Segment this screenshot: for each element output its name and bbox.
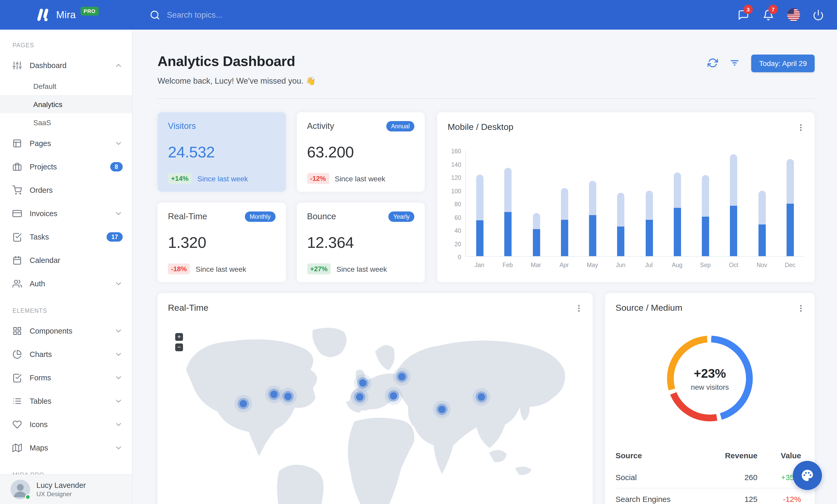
- x-tick-label: Jun: [606, 262, 635, 268]
- card-menu-button[interactable]: [795, 122, 806, 133]
- sidebar-item-label: Dashboard: [30, 61, 67, 69]
- sidebar-item-icons[interactable]: Icons: [0, 413, 132, 436]
- bar-stack[interactable]: [533, 213, 540, 256]
- bar-segment-desktop: [674, 173, 681, 208]
- bar-group-jan: [466, 174, 494, 256]
- stat-note: Since last week: [196, 265, 246, 273]
- sidebar-item-maps[interactable]: Maps: [0, 436, 132, 459]
- col-header-revenue: Revenue: [695, 451, 758, 460]
- sidebar-item-pages[interactable]: Pages: [0, 131, 132, 155]
- date-range-button[interactable]: Today: April 29: [751, 55, 815, 72]
- sliders-icon: [13, 60, 22, 70]
- sidebar-subitem-analytics[interactable]: Analytics: [0, 95, 132, 113]
- theme-settings-fab[interactable]: [793, 461, 822, 490]
- sidebar-item-components[interactable]: Components: [0, 319, 132, 342]
- sidebar-item-invoices[interactable]: Invoices: [0, 202, 132, 225]
- stat-period-badge[interactable]: Annual: [386, 121, 414, 131]
- sidebar-item-label: Pages: [30, 139, 51, 147]
- stat-value: 12.364: [307, 234, 414, 251]
- bar-stack[interactable]: [476, 174, 483, 256]
- y-tick-label: 120: [451, 174, 461, 181]
- bar-group-apr: [551, 188, 579, 256]
- sidebar-item-dashboard[interactable]: Dashboard: [0, 54, 132, 77]
- bar-segment-mobile: [617, 226, 625, 256]
- bar-stack[interactable]: [617, 192, 625, 256]
- search-input[interactable]: [167, 10, 323, 19]
- map-card-title: Real-Time: [168, 303, 209, 313]
- stat-title: Visitors: [168, 121, 196, 131]
- stat-value: 63.200: [307, 144, 414, 161]
- bar-stack[interactable]: [787, 159, 794, 256]
- sidebar-item-auth[interactable]: Auth: [0, 272, 132, 295]
- bar-stack[interactable]: [674, 173, 681, 256]
- y-tick-label: 140: [451, 161, 461, 168]
- stat-delta-badge: +14%: [168, 173, 192, 184]
- sidebar-item-charts[interactable]: Charts: [0, 342, 132, 366]
- card-menu-button[interactable]: [795, 302, 806, 314]
- bar-stack[interactable]: [758, 191, 766, 256]
- map-icon: [13, 443, 22, 452]
- sidebar-item-calendar[interactable]: Calendar: [0, 248, 132, 272]
- bar-segment-mobile: [533, 229, 540, 256]
- brand[interactable]: Mira PRO: [0, 8, 99, 22]
- chart-title: Mobile / Desktop: [448, 122, 513, 132]
- bar-group-aug: [663, 173, 692, 256]
- sidebar-item-orders[interactable]: Orders: [0, 178, 132, 202]
- bar-segment-desktop: [787, 159, 794, 204]
- bar-segment-desktop: [561, 188, 568, 220]
- bar-stack[interactable]: [561, 188, 568, 256]
- cell-revenue: 125: [695, 494, 758, 503]
- sidebar-item-tasks[interactable]: Tasks17: [0, 225, 132, 248]
- bar-stack[interactable]: [730, 154, 737, 256]
- map-zoom-in-button[interactable]: +: [175, 333, 183, 341]
- users-icon: [13, 279, 22, 288]
- chevron-down-icon: [114, 279, 123, 287]
- sidebar-item-count-badge: 17: [107, 232, 123, 241]
- logout-button[interactable]: [806, 0, 831, 30]
- y-tick-label: 100: [451, 188, 461, 194]
- bar-segment-desktop: [589, 181, 596, 215]
- filter-icon[interactable]: [729, 58, 741, 69]
- sidebar-section-label-pages: PAGES: [0, 30, 132, 54]
- messages-button[interactable]: 3: [731, 0, 756, 30]
- bar-group-jul: [635, 191, 663, 256]
- bar-stack[interactable]: [702, 175, 709, 256]
- card-menu-button[interactable]: [573, 302, 584, 314]
- stat-period-badge[interactable]: Yearly: [389, 211, 414, 222]
- sidebar-item-projects[interactable]: Projects8: [0, 155, 132, 178]
- messages-count-badge: 3: [744, 5, 753, 14]
- palette-icon: [801, 469, 814, 482]
- map-zoom-out-button[interactable]: −: [175, 343, 183, 351]
- language-button[interactable]: [781, 0, 806, 30]
- notifications-button[interactable]: 7: [756, 0, 781, 30]
- stat-period-badge[interactable]: Monthly: [245, 211, 275, 222]
- grid-icon: [13, 326, 22, 335]
- y-tick-label: 0: [458, 254, 461, 260]
- refresh-icon[interactable]: [708, 58, 719, 69]
- brand-name: Mira: [56, 9, 76, 20]
- cell-revenue: 260: [695, 472, 758, 481]
- x-tick-label: Jan: [465, 262, 494, 268]
- stat-value: 1.320: [168, 234, 275, 251]
- bar-group-feb: [494, 168, 522, 256]
- sidebar-subitem-saas[interactable]: SaaS: [0, 113, 132, 131]
- sidebar-user[interactable]: Lucy Lavender UX Designer: [0, 474, 132, 504]
- navbar-actions: 3 7: [731, 0, 837, 30]
- bar-chart-y-axis: 020406080100120140160: [448, 151, 465, 257]
- sidebar-item-label: Forms: [30, 373, 51, 381]
- chevron-down-icon: [114, 326, 123, 335]
- sidebar-item-forms[interactable]: Forms: [0, 366, 132, 389]
- sidebar-item-tables[interactable]: Tables: [0, 389, 132, 413]
- bar-chart-x-axis: JanFebMarAprMayJunJulAugSepOctNovDec: [465, 262, 804, 268]
- bar-segment-mobile: [645, 220, 653, 256]
- top-navbar: Mira PRO 3 7: [0, 0, 837, 30]
- sidebar-subitem-label: Analytics: [33, 100, 63, 108]
- bar-stack[interactable]: [589, 181, 596, 256]
- welcome-message: Welcome back, Lucy! We've missed you. 👋: [158, 76, 316, 86]
- bar-stack[interactable]: [645, 191, 653, 256]
- layout-icon: [13, 138, 22, 148]
- sidebar-item-label: Charts: [30, 350, 52, 358]
- pro-badge: PRO: [81, 7, 99, 16]
- bar-stack[interactable]: [504, 168, 512, 256]
- sidebar-subitem-default[interactable]: Default: [0, 77, 132, 95]
